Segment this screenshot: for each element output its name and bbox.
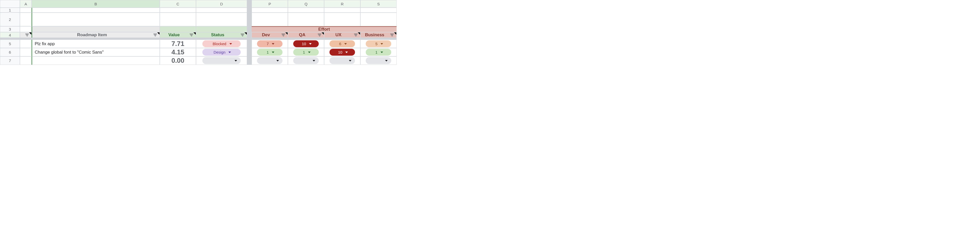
cell-A2[interactable] xyxy=(20,13,32,26)
row-header-5[interactable]: 5 xyxy=(0,40,20,48)
col-header-C[interactable]: C xyxy=(160,0,196,8)
subheader-qa[interactable]: QA xyxy=(288,32,324,38)
cell-D3[interactable] xyxy=(196,26,247,32)
cell-C5[interactable]: 7.71 xyxy=(160,40,196,48)
cell-C2[interactable] xyxy=(160,13,196,26)
cell-A6[interactable] xyxy=(20,48,32,56)
filter-icon[interactable] xyxy=(281,34,286,36)
status-chip[interactable] xyxy=(202,57,241,64)
cell-R7[interactable] xyxy=(324,56,360,65)
row-header-1[interactable]: 1 xyxy=(0,8,20,13)
cell-A1[interactable] xyxy=(20,8,32,13)
cell-A7[interactable] xyxy=(20,56,32,65)
effort-business-chip[interactable]: 5 xyxy=(366,40,391,47)
cell-B6[interactable]: Change global font to "Comic Sans" xyxy=(32,48,160,56)
cell-R2[interactable] xyxy=(324,13,360,26)
subheader-status[interactable]: Status xyxy=(196,32,247,38)
chevron-down-icon xyxy=(313,60,315,62)
chevron-down-icon xyxy=(345,52,348,53)
effort-ux-chip[interactable] xyxy=(329,57,355,64)
col-header-S[interactable]: S xyxy=(360,0,396,8)
cell-Q2[interactable] xyxy=(288,13,324,26)
effort-qa-chip[interactable]: 1 xyxy=(293,49,319,56)
chevron-down-icon xyxy=(385,60,388,62)
cell-B5[interactable]: Plz fix app xyxy=(32,40,160,48)
col-header-Q[interactable]: Q xyxy=(288,0,324,8)
cell-P1[interactable] xyxy=(251,8,288,13)
cell-S1[interactable] xyxy=(360,8,396,13)
effort-ux-chip[interactable]: 10 xyxy=(329,49,355,56)
effort-dev-chip[interactable]: 7 xyxy=(257,40,283,47)
col-header-A[interactable]: A xyxy=(20,0,32,8)
subheader-value[interactable]: Value xyxy=(160,32,196,38)
cell-D7[interactable] xyxy=(196,56,247,65)
subheader-ux[interactable]: UX xyxy=(324,32,360,38)
subheader-dev[interactable]: Dev xyxy=(251,32,288,38)
effort-dev-chip[interactable] xyxy=(257,57,283,64)
subheader-A[interactable] xyxy=(20,32,32,38)
title-cell[interactable]: Priority Matrix xyxy=(32,13,160,26)
cell-B3[interactable] xyxy=(32,26,160,32)
cell-Q7[interactable] xyxy=(288,56,324,65)
cell-Q1[interactable] xyxy=(288,8,324,13)
row-header-4[interactable]: 4 xyxy=(0,32,20,38)
row-header-6[interactable]: 6 xyxy=(0,48,20,56)
filter-icon[interactable] xyxy=(317,34,322,36)
effort-business-chip[interactable] xyxy=(366,57,391,64)
cell-P7[interactable] xyxy=(251,56,288,65)
row-header-2[interactable]: 2 xyxy=(0,13,20,26)
effort-qa-chip[interactable]: 10 xyxy=(293,40,319,47)
cell-C3[interactable] xyxy=(160,26,196,32)
filter-icon[interactable] xyxy=(390,34,394,36)
subheader-business[interactable]: Business xyxy=(360,32,396,38)
cell-C7[interactable]: 0.00 xyxy=(160,56,196,65)
effort-qa-chip[interactable] xyxy=(293,57,319,64)
col-header-P[interactable]: P xyxy=(251,0,288,8)
select-all-corner[interactable] xyxy=(0,0,20,8)
cell-B1[interactable] xyxy=(32,8,160,13)
spreadsheet-grid: A B C D P Q R S 1 2 Priority Matrix 3 Ef… xyxy=(0,0,980,65)
cell-A5[interactable] xyxy=(20,40,32,48)
cell-C1[interactable] xyxy=(160,8,196,13)
status-chip[interactable]: Design xyxy=(202,49,241,56)
cell-R1[interactable] xyxy=(324,8,360,13)
filter-icon[interactable] xyxy=(353,34,358,36)
row-header-3[interactable]: 3 xyxy=(0,26,20,32)
effort-business-chip[interactable]: 1 xyxy=(366,49,391,56)
cell-S5[interactable]: 5 xyxy=(360,40,396,48)
chip-label: 6 xyxy=(339,41,341,46)
col-header-D[interactable]: D xyxy=(196,0,247,8)
col-header-B[interactable]: B xyxy=(32,0,160,8)
cell-D1[interactable] xyxy=(196,8,247,13)
filter-icon[interactable] xyxy=(240,34,245,36)
cell-D2[interactable] xyxy=(196,13,247,26)
row-header-7[interactable]: 7 xyxy=(0,56,20,65)
effort-ux-chip[interactable]: 6 xyxy=(329,40,355,47)
filter-icon[interactable] xyxy=(153,34,158,36)
cell-C6[interactable]: 4.15 xyxy=(160,48,196,56)
value-text: 0.00 xyxy=(160,57,196,65)
cell-D6[interactable]: Design xyxy=(196,48,247,56)
filter-icon[interactable] xyxy=(25,34,29,36)
cell-Q6[interactable]: 1 xyxy=(288,48,324,56)
subheader-ux-label: UX xyxy=(325,32,352,38)
effort-group-header[interactable]: Effort xyxy=(251,26,396,32)
cell-B7[interactable] xyxy=(32,56,160,65)
effort-dev-chip[interactable]: 1 xyxy=(257,49,283,56)
cell-Q5[interactable]: 10 xyxy=(288,40,324,48)
cell-S6[interactable]: 1 xyxy=(360,48,396,56)
cell-R5[interactable]: 6 xyxy=(324,40,360,48)
filter-icon[interactable] xyxy=(189,34,194,36)
cell-A3[interactable] xyxy=(20,26,32,32)
cell-S7[interactable] xyxy=(360,56,396,65)
col-header-R[interactable]: R xyxy=(324,0,360,8)
cell-P5[interactable]: 7 xyxy=(251,40,288,48)
cell-S2[interactable] xyxy=(360,13,396,26)
cell-P2[interactable] xyxy=(251,13,288,26)
cell-R6[interactable]: 10 xyxy=(324,48,360,56)
cell-P6[interactable]: 1 xyxy=(251,48,288,56)
subheader-roadmap[interactable]: Roadmap Item xyxy=(32,32,160,38)
cell-D5[interactable]: Blocked xyxy=(196,40,247,48)
status-chip[interactable]: Blocked xyxy=(202,40,241,47)
frozen-pane-separator xyxy=(247,32,251,38)
